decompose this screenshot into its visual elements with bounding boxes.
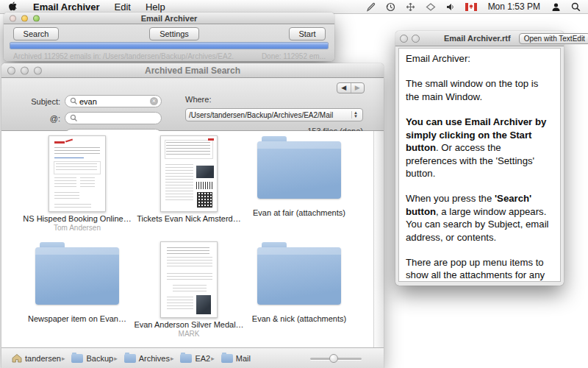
path-crumb-archives[interactable]: Archives▸ <box>124 354 178 363</box>
file-tile[interactable]: NS Hispeed Booking Online… Tom Andersen <box>22 135 132 233</box>
window-title: Archived Email Search <box>1 66 384 76</box>
slider-knob[interactable] <box>329 354 338 363</box>
settings-button[interactable]: Settings <box>149 27 199 40</box>
folder-icon <box>124 354 136 363</box>
file-tile[interactable]: Newspaper item on Evan… <box>22 241 132 333</box>
zoom-button[interactable] <box>33 15 40 21</box>
paragraph: When you press the 'Search' button, a la… <box>406 192 553 244</box>
file-subtitle <box>22 324 132 333</box>
file-name: Evan at fair (attachments) <box>244 208 354 217</box>
window-title: Email Archiver <box>4 14 334 23</box>
popup-stepper-icon: ▲▼ <box>351 111 359 118</box>
start-button[interactable]: Start <box>289 27 326 40</box>
where-popup[interactable]: /Users/tandersen/Backup/Archives/EA2/Mai… <box>185 108 363 121</box>
file-subtitle <box>134 224 244 233</box>
paragraph: There are pop up menu items to show all … <box>406 256 553 282</box>
scrollbar-track[interactable] <box>373 131 384 347</box>
home-icon <box>12 353 22 363</box>
quicklook-title: Email Archiver.rtf <box>444 34 511 43</box>
file-tile[interactable]: Evan Anderson Silver Medal… MARK <box>134 241 244 339</box>
file-name: NS Hispeed Booking Online… <box>22 214 132 223</box>
path-crumb-mail[interactable]: Mail <box>221 354 251 363</box>
move-icon[interactable] <box>406 2 415 12</box>
open-with-texteditor-button[interactable]: Open with TextEdit <box>519 33 588 44</box>
file-subtitle <box>244 218 354 227</box>
file-name: Newspaper item on Evan… <box>22 314 132 323</box>
folder-icon <box>180 354 192 363</box>
search-results-area: NS Hispeed Booking Online… Tom Andersen … <box>1 131 384 347</box>
volume-icon[interactable] <box>446 2 455 12</box>
quicklook-titlebar[interactable]: Email Archiver.rtf Open with TextEdit <box>395 31 564 46</box>
folder-icon <box>71 354 83 363</box>
file-name: Evan & nick (attachments) <box>244 314 354 323</box>
back-button[interactable]: ◀ <box>337 83 351 93</box>
minimize-button[interactable] <box>21 15 28 21</box>
quicklook-window: Email Archiver.rtf Open with TextEdit Em… <box>395 31 564 286</box>
forward-button[interactable]: ▶ <box>351 83 365 93</box>
where-value: /Users/tandersen/Backup/Archives/EA2/Mai… <box>189 111 351 119</box>
apple-menu-icon[interactable] <box>9 1 18 13</box>
user-icon[interactable] <box>551 2 561 12</box>
path-crumb-backup[interactable]: Backup▸ <box>71 354 121 363</box>
progress-bar <box>10 42 329 49</box>
subject-input[interactable] <box>79 97 150 106</box>
clear-icon[interactable]: × <box>150 97 158 105</box>
minimize-button[interactable] <box>21 66 29 74</box>
where-label: Where: <box>185 95 211 104</box>
close-icon[interactable] <box>400 35 408 43</box>
paragraph: Email Archiver: <box>406 52 553 65</box>
folder-icon <box>257 141 341 199</box>
search-button[interactable]: Search <box>13 27 59 40</box>
menu-clock[interactable]: Mon 1:53 PM <box>488 1 540 12</box>
address-search-field[interactable] <box>65 112 162 124</box>
close-button[interactable] <box>7 66 15 74</box>
subject-search-field[interactable]: × <box>65 95 162 107</box>
close-button[interactable] <box>10 15 16 21</box>
menu-edit[interactable]: Edit <box>107 1 138 13</box>
file-name: Evan Anderson Silver Medal… <box>134 320 244 329</box>
archiver-titlebar[interactable]: Email Archiver <box>4 13 334 24</box>
zoom-button[interactable] <box>34 66 42 74</box>
paragraph: You can use Email Archiver by simply cli… <box>406 116 553 180</box>
menu-help[interactable]: Help <box>138 1 173 13</box>
archive-status-text: Archived 112952 emails in: /Users/tander… <box>13 52 234 60</box>
file-name: Tickets Evan Nick Amsterd… <box>134 214 244 223</box>
menu-app-name[interactable]: Email Archiver <box>26 1 107 13</box>
path-crumb-home[interactable]: tandersen▸ <box>12 353 68 363</box>
path-crumb-ea2[interactable]: EA2▸ <box>180 354 218 363</box>
pen-icon[interactable] <box>366 2 376 12</box>
file-subtitle <box>244 324 354 333</box>
history-nav: ◀ ▶ <box>337 82 365 93</box>
spotlight-icon[interactable] <box>571 2 581 12</box>
paragraph: The small window on the top is the main … <box>406 77 553 103</box>
zoom-icon[interactable] <box>412 35 420 43</box>
search-glass-icon <box>70 97 78 105</box>
file-subtitle: MARK <box>134 330 244 339</box>
archiver-window: Email Archiver Search Settings Start Arc… <box>4 13 334 61</box>
folder-icon <box>221 354 233 363</box>
subject-label: Subject: <box>1 97 60 106</box>
file-tile[interactable]: Evan & nick (attachments) <box>244 241 354 333</box>
quicklook-content: Email Archiver: The small window on the … <box>398 48 561 282</box>
search-toolbar: ◀ ▶ Subject: × @: Contents: Where: /User… <box>1 78 384 131</box>
folder-icon <box>257 247 341 305</box>
file-tile[interactable]: Tickets Evan Nick Amsterd… <box>134 135 244 233</box>
address-label: @: <box>1 114 60 123</box>
icon-size-slider[interactable] <box>310 358 362 360</box>
document-thumbnail <box>160 135 218 212</box>
document-thumbnail <box>160 241 218 318</box>
done-count-text: Done: 112952 em... <box>262 52 326 60</box>
search-glass-icon <box>70 114 78 122</box>
document-thumbnail <box>49 135 106 212</box>
file-tile[interactable]: Evan at fair (attachments) <box>244 135 354 227</box>
progress-fill <box>10 43 328 49</box>
search-titlebar[interactable]: Archived Email Search <box>1 63 384 78</box>
diamond-icon[interactable] <box>426 2 436 12</box>
search-window: Archived Email Search ◀ ▶ Subject: × @: … <box>1 63 384 368</box>
folder-icon <box>35 247 119 305</box>
file-subtitle: Tom Andersen <box>22 224 132 233</box>
canada-flag-icon[interactable] <box>465 3 477 11</box>
address-input[interactable] <box>79 114 158 123</box>
path-bar: tandersen▸ Backup▸ Archives▸ EA2▸ Mail <box>1 347 384 368</box>
time-machine-icon[interactable] <box>386 2 395 12</box>
